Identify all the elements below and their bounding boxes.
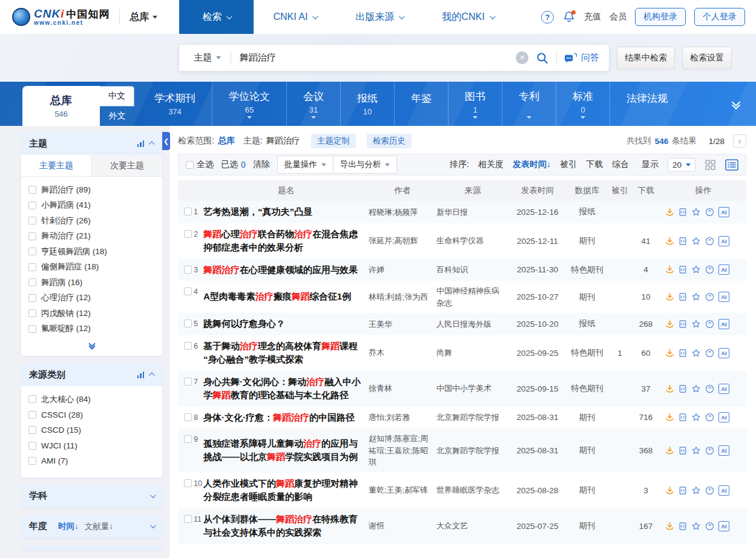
col-被引[interactable]: 被引 — [608, 185, 631, 196]
ai-icon[interactable]: AI — [718, 319, 729, 329]
tab-法律法规[interactable]: 法律法规 — [610, 82, 684, 126]
checkbox[interactable] — [28, 309, 36, 317]
tab-学位论文[interactable]: 学位论文65 — [212, 82, 286, 126]
row-checkbox[interactable] — [184, 230, 192, 238]
result-authors[interactable]: 程晓琳;杨频萍 — [369, 206, 436, 218]
favorite-icon[interactable] — [691, 413, 701, 422]
grid-view-icon[interactable] — [705, 159, 716, 171]
chart-icon[interactable] — [137, 372, 145, 378]
download-icon[interactable] — [665, 384, 674, 393]
download-icon[interactable] — [665, 292, 674, 301]
checkbox[interactable] — [28, 395, 36, 403]
source-type-item[interactable]: CSCD (15) — [28, 422, 155, 438]
row-checkbox[interactable] — [184, 413, 192, 421]
html-read-icon[interactable] — [679, 349, 687, 358]
result-authors[interactable]: 赵知博;陈寨宣;周祐瑄;王嘉欣;陈昭琪 — [369, 433, 436, 468]
checkbox[interactable] — [28, 426, 36, 434]
source-type-item[interactable]: WJCI (11) — [28, 438, 155, 454]
cite-icon[interactable]: ” — [705, 349, 714, 358]
search-icon[interactable] — [536, 51, 549, 65]
html-read-icon[interactable] — [679, 320, 687, 329]
cite-icon[interactable]: ” — [705, 208, 714, 217]
checkbox[interactable] — [28, 217, 36, 225]
result-source[interactable]: 新华日报 — [436, 206, 509, 218]
tab-年鉴[interactable]: 年鉴 — [394, 82, 448, 126]
col-数据库[interactable]: 数据库 — [566, 185, 608, 196]
html-read-icon[interactable] — [679, 486, 687, 495]
row-checkbox[interactable] — [184, 208, 192, 215]
expand-icon[interactable] — [150, 522, 156, 528]
favorite-icon[interactable] — [691, 446, 701, 455]
tab-报纸[interactable]: 报纸10 — [340, 82, 394, 126]
result-authors[interactable]: 许婵 — [369, 264, 436, 276]
result-title-link[interactable]: 人类作业模式下的舞蹈康复护理对精神分裂症患者睡眠质量的影响 — [203, 477, 369, 504]
search-history-button[interactable]: 检索历史 — [367, 134, 412, 148]
result-authors[interactable]: 徐青林 — [369, 382, 436, 395]
nav-publish-source[interactable]: 出版来源 — [336, 0, 422, 34]
cite-icon[interactable]: ” — [705, 237, 714, 246]
cite-icon[interactable]: ” — [705, 446, 714, 455]
topic-filter-item[interactable]: 丙戊酸钠 (12) — [28, 306, 155, 321]
row-checkbox[interactable] — [184, 479, 192, 487]
result-source[interactable]: 中国神经精神疾病杂志 — [436, 285, 509, 309]
cite-icon[interactable]: ” — [705, 522, 714, 531]
ai-icon[interactable]: AI — [718, 292, 729, 302]
year-sort-count[interactable]: 文献量↓ — [85, 521, 113, 532]
html-read-icon[interactable] — [679, 292, 687, 301]
lang-toggle-cn[interactable]: 中文 — [100, 86, 134, 107]
ai-icon[interactable]: AI — [718, 207, 729, 217]
scope-link[interactable]: 总库 — [218, 136, 235, 146]
notification-bell-icon[interactable] — [562, 10, 576, 24]
result-source[interactable]: 百科知识 — [436, 264, 509, 276]
result-title-link[interactable]: 基于舞动治疗理念的高校体育舞蹈课程“身心融合”教学模式探索 — [203, 340, 369, 367]
result-source[interactable]: 中国中小学美术 — [436, 382, 509, 395]
checkbox[interactable] — [28, 411, 36, 419]
sort-发表时间↓[interactable]: 发表时间↓ — [513, 159, 551, 170]
result-title-link[interactable]: 舞蹈治疗在心理健康领域的应用与效果 — [203, 263, 369, 277]
ai-icon[interactable]: AI — [718, 264, 729, 275]
nav-my-cnki[interactable]: 我的CNKI — [422, 0, 513, 34]
collapse-icon[interactable] — [149, 141, 155, 147]
member-link[interactable]: 会员 — [610, 11, 626, 22]
ai-icon[interactable]: AI — [718, 348, 729, 358]
tab-学术期刊[interactable]: 学术期刊374 — [138, 82, 212, 126]
export-analyze-button[interactable]: 导出与分析 — [333, 156, 398, 174]
result-title-link[interactable]: 舞蹈心理治疗联合药物治疗在混合焦虑抑郁症患者中的效果分析 — [203, 228, 369, 255]
checkbox[interactable] — [28, 263, 36, 271]
result-source[interactable]: 人民日报海外版 — [436, 318, 509, 330]
checkbox[interactable] — [28, 248, 36, 255]
checkbox[interactable] — [28, 186, 36, 194]
ai-icon[interactable]: AI — [718, 445, 729, 456]
download-icon[interactable] — [665, 208, 674, 217]
favorite-icon[interactable] — [691, 265, 701, 274]
result-source[interactable]: 北京舞蹈学院学报 — [436, 445, 509, 457]
select-all-checkbox[interactable]: 全选 — [186, 159, 214, 170]
result-authors[interactable]: 谢恒 — [369, 520, 436, 532]
result-source[interactable]: 尚舞 — [436, 347, 509, 359]
html-read-icon[interactable] — [679, 265, 687, 274]
library-switch[interactable]: 总库 — [130, 11, 157, 24]
cite-icon[interactable]: ” — [705, 413, 714, 422]
result-authors[interactable]: 王美华 — [369, 318, 436, 330]
html-read-icon[interactable] — [679, 446, 687, 455]
batch-actions-button[interactable]: 批量操作 — [277, 156, 334, 174]
source-type-item[interactable]: 北大核心 (84) — [28, 392, 155, 407]
tab-会议[interactable]: 会议31 — [286, 82, 340, 126]
result-source[interactable]: 大众文艺 — [436, 520, 509, 532]
checkbox[interactable] — [28, 294, 36, 302]
favorite-icon[interactable] — [691, 522, 701, 531]
result-title-link[interactable]: 身体·文化·疗愈：舞蹈治疗的中国路径 — [203, 411, 369, 425]
tab-专利[interactable]: 专利 — [502, 82, 556, 126]
favorite-icon[interactable] — [691, 237, 701, 246]
topic-filter-item[interactable]: 氟哌啶醇 (12) — [28, 321, 155, 337]
year-sort-time[interactable]: 时间↓ — [58, 521, 79, 532]
expand-icon[interactable] — [150, 492, 156, 498]
cnki-logo[interactable]: CNKi中国知网 www.cnki.net — [12, 8, 110, 26]
favorite-icon[interactable] — [691, 292, 701, 301]
cite-icon[interactable]: ” — [705, 292, 714, 301]
topic-filter-item[interactable]: 舞蹈治疗 (89) — [28, 182, 155, 198]
checkbox[interactable] — [28, 457, 36, 465]
result-source[interactable]: 世界睡眠医学杂志 — [436, 484, 509, 496]
result-title-link[interactable]: A型肉毒毒素治疗瘢痕舞蹈综合征1例 — [203, 290, 369, 304]
row-checkbox[interactable] — [184, 515, 192, 523]
